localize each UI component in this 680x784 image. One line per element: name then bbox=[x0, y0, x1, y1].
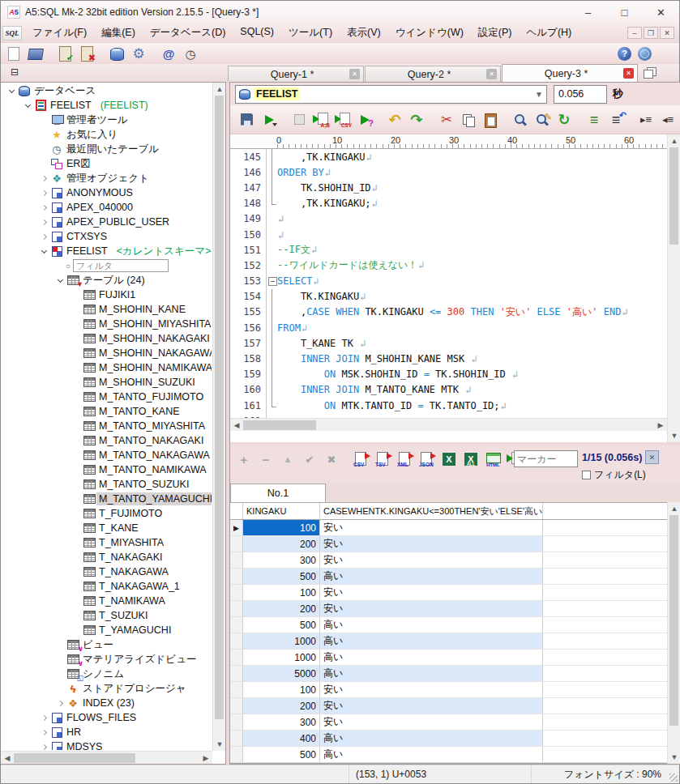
export-excel-icon[interactable]: X bbox=[440, 451, 458, 467]
export-xml-icon[interactable]: XML bbox=[396, 451, 414, 467]
chevron-collapsed-icon[interactable] bbox=[38, 206, 49, 210]
tab-query-2[interactable]: Query-2 *✕ bbox=[365, 66, 501, 82]
tree-item-table-m-shohin-kane[interactable]: M_SHOHIN_KANE bbox=[1, 302, 212, 317]
row-header[interactable] bbox=[230, 731, 243, 746]
tree-item-table-t-fujimoto[interactable]: T_FUJIMOTO bbox=[1, 506, 212, 521]
scroll-down-icon[interactable]: ▼ bbox=[213, 738, 226, 751]
grid-cell[interactable]: 高い bbox=[320, 747, 543, 762]
table-row[interactable]: 5000高い bbox=[230, 666, 667, 682]
row-header[interactable] bbox=[230, 536, 243, 552]
tree-item-procedures-folder[interactable]: ϟストアドプロシージャ bbox=[1, 681, 212, 696]
connect-db-icon[interactable]: ✔ bbox=[56, 45, 74, 62]
editor-line-161[interactable]: 161 ON MTK.TANTO_ID = TK.TANTO_ID;↲ bbox=[230, 398, 667, 413]
tree-item-table-m-tanto-nakagawa[interactable]: M_TANTO_NAKAGAWA bbox=[1, 448, 212, 462]
cut-icon[interactable]: ✂ bbox=[438, 112, 455, 128]
grid-cell[interactable]: 安い bbox=[320, 682, 543, 697]
tree-item-schema-hr[interactable]: HR bbox=[1, 725, 212, 739]
scroll-right-icon[interactable]: ▶ bbox=[199, 752, 212, 765]
grid-cell[interactable]: 安い bbox=[320, 585, 543, 600]
tree-item-table-t-yamaguchi[interactable]: T_YAMAGUCHI bbox=[1, 623, 212, 637]
chevron-collapsed-icon[interactable] bbox=[38, 220, 49, 224]
tree-item-table-t-suzuki[interactable]: T_SUZUKI bbox=[1, 608, 212, 623]
tree-vertical-scrollbar[interactable]: ▲ ▼ bbox=[212, 83, 225, 751]
menu-w[interactable]: ウインドウ(W) bbox=[388, 23, 471, 42]
editor-line-156[interactable]: 156FROM↲ bbox=[230, 320, 667, 335]
grid-cell[interactable]: 100 bbox=[243, 682, 320, 697]
editor-line-155[interactable]: 155 ,CASE WHEN TK.KINGAKU <= 300 THEN '安… bbox=[230, 305, 667, 320]
mdi-minimize-icon[interactable]: ‒ bbox=[627, 27, 642, 39]
grid-cell[interactable]: 高い bbox=[320, 569, 543, 584]
export-json-icon[interactable]: JSON bbox=[418, 451, 436, 467]
chevron-collapsed-icon[interactable] bbox=[38, 177, 49, 181]
menu-t[interactable]: ツール(T) bbox=[281, 23, 340, 42]
editor-line-149[interactable]: 149↲ bbox=[230, 211, 667, 227]
grid-cell[interactable]: 100 bbox=[243, 585, 320, 600]
table-row[interactable]: 100安い bbox=[230, 585, 667, 601]
result-close-icon[interactable]: ✕ bbox=[645, 450, 659, 464]
result-tab-no1[interactable]: No.1 bbox=[230, 484, 326, 502]
run-csv-icon[interactable]: CSV bbox=[334, 112, 352, 128]
tab-close-icon[interactable]: ✕ bbox=[349, 69, 360, 79]
new-file-icon[interactable] bbox=[4, 45, 22, 62]
align-lines-icon[interactable]: ≡ bbox=[585, 112, 603, 128]
tree-item-schema-flows-files[interactable]: FLOWS_FILES bbox=[1, 710, 212, 725]
table-row[interactable]: 500高い bbox=[230, 747, 667, 763]
tree-toggle-icon[interactable]: ⊟ bbox=[11, 67, 24, 79]
export-html-icon[interactable]: HTML bbox=[484, 451, 502, 467]
row-header[interactable]: ▶ bbox=[230, 520, 243, 535]
tree-item-schema-apex-040000[interactable]: APEX_040000 bbox=[1, 200, 212, 215]
grid-cell[interactable]: 100 bbox=[243, 520, 320, 535]
chevron-expanded-icon[interactable] bbox=[22, 104, 33, 107]
menu-p[interactable]: 設定(P) bbox=[471, 23, 520, 42]
connection-combobox[interactable]: FEELIST ▼ bbox=[235, 85, 547, 104]
grid-cell[interactable]: 安い bbox=[320, 714, 543, 730]
fold-margin[interactable] bbox=[266, 274, 277, 289]
delete-row-icon[interactable]: − bbox=[257, 451, 275, 467]
append-row-icon[interactable]: + bbox=[235, 451, 253, 467]
editor-line-146[interactable]: 146ORDER BY↲ bbox=[230, 164, 667, 180]
grid-cell[interactable]: 安い bbox=[320, 601, 543, 616]
tree-item-table-t-kane[interactable]: T_KANE bbox=[1, 521, 212, 535]
scroll-up-icon[interactable]: ▲ bbox=[213, 83, 226, 96]
marker-input[interactable] bbox=[514, 450, 578, 467]
row-header[interactable] bbox=[230, 714, 243, 730]
menu-sqls[interactable]: SQL(S) bbox=[233, 23, 281, 42]
tab-query-1[interactable]: Query-1 *✕ bbox=[228, 66, 364, 82]
cancel-row-icon[interactable]: ✖ bbox=[323, 451, 340, 467]
column-header-case[interactable]: CASEWHENTK.KINGAKU<=300THEN'安い'ELSE'高い'E… bbox=[320, 503, 543, 519]
tree-item-admin-objects[interactable]: ❖管理オブジェクト bbox=[1, 171, 212, 185]
row-header[interactable] bbox=[230, 601, 243, 616]
grid-cell[interactable]: 高い bbox=[320, 731, 543, 746]
grid-cell[interactable]: 高い bbox=[320, 666, 543, 681]
copy-icon[interactable] bbox=[460, 112, 477, 128]
table-row[interactable]: ▶100安い bbox=[230, 520, 667, 536]
table-row[interactable]: 200安い bbox=[230, 601, 667, 617]
grid-cell[interactable]: 200 bbox=[243, 698, 320, 714]
tree-item-er-diagram[interactable]: ER図 bbox=[1, 156, 212, 171]
row-header[interactable] bbox=[230, 617, 243, 633]
grid-cell[interactable]: 400 bbox=[243, 731, 320, 746]
chevron-collapsed-icon[interactable] bbox=[38, 235, 49, 239]
outdent-icon[interactable]: ◂≡ bbox=[659, 112, 677, 128]
tree-item-index-folder[interactable]: ❖INDEX (23) bbox=[1, 696, 212, 710]
chevron-collapsed-icon[interactable] bbox=[38, 745, 49, 749]
row-header[interactable] bbox=[230, 633, 243, 649]
column-header-kingaku[interactable]: KINGAKU bbox=[243, 503, 320, 519]
table-row[interactable]: 200安い bbox=[230, 536, 667, 552]
settings-gear-icon[interactable]: ⚙ bbox=[130, 45, 148, 62]
scroll-left-icon[interactable]: ◀ bbox=[230, 419, 243, 432]
table-row[interactable]: 100安い bbox=[230, 682, 667, 698]
grid-cell[interactable]: 安い bbox=[320, 698, 543, 714]
editor-line-151[interactable]: 151--IF文↲ bbox=[230, 242, 667, 258]
tree-item-table-m-tanto-fujimoto[interactable]: M_TANTO_FUJIMOTO bbox=[1, 390, 212, 404]
tree-item-table-fujiki1[interactable]: FUJIKI1 bbox=[1, 288, 212, 302]
globe-icon[interactable] bbox=[638, 47, 652, 61]
resize-grip-icon[interactable] bbox=[669, 773, 678, 782]
refresh-icon[interactable]: ↻ bbox=[555, 112, 573, 128]
tree-item-table-t-miyashita[interactable]: T_MIYASHITA bbox=[1, 535, 212, 550]
menu-e[interactable]: 編集(E) bbox=[94, 23, 143, 42]
mail-icon[interactable]: @ bbox=[160, 45, 177, 62]
row-header[interactable] bbox=[230, 552, 243, 568]
tree-filter-input[interactable] bbox=[73, 259, 169, 272]
editor-horizontal-scrollbar[interactable]: ◀ ▶ bbox=[230, 418, 667, 431]
